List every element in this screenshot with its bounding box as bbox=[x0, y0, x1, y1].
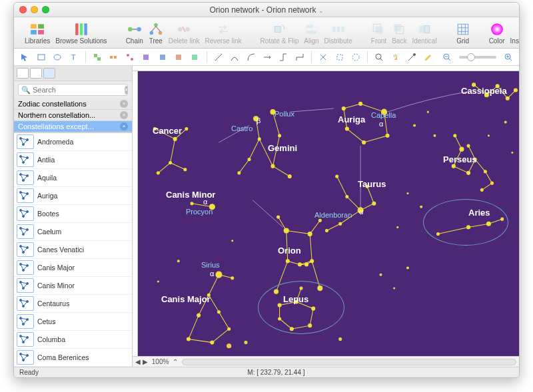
shape-name: Antlia bbox=[37, 156, 55, 164]
label-alpha-sir: α bbox=[210, 270, 214, 278]
identical-button[interactable]: Identical bbox=[409, 22, 439, 45]
zoom-chevron-icon[interactable]: ⌃ bbox=[173, 358, 178, 365]
tree-button[interactable]: Tree bbox=[146, 22, 166, 45]
shape-item[interactable]: Canis Minor bbox=[14, 277, 132, 295]
clear-search-icon[interactable]: × bbox=[125, 86, 128, 95]
minimize-icon[interactable] bbox=[31, 6, 38, 13]
zoom-level[interactable]: 100% bbox=[152, 358, 169, 365]
svg-point-126 bbox=[248, 158, 251, 160]
connector-tool-1[interactable] bbox=[261, 51, 274, 64]
svg-rect-44 bbox=[192, 55, 197, 60]
libraries-icon bbox=[30, 22, 45, 37]
arc-tool[interactable] bbox=[244, 51, 257, 64]
shape-tool-6[interactable] bbox=[172, 51, 185, 64]
shape-item[interactable]: Centaurus bbox=[14, 295, 132, 313]
svg-rect-17 bbox=[275, 27, 281, 33]
svg-point-133 bbox=[184, 168, 187, 171]
shape-tool-2[interactable] bbox=[107, 51, 120, 64]
search-input[interactable] bbox=[33, 86, 125, 94]
snap-tool-2[interactable] bbox=[332, 51, 346, 64]
rect-tool[interactable] bbox=[34, 51, 47, 64]
svg-point-129 bbox=[173, 137, 177, 140]
shape-item[interactable]: Andromeda bbox=[14, 133, 132, 151]
delete-link-button[interactable]: Delete link bbox=[166, 22, 203, 45]
chain-button[interactable]: Chain bbox=[123, 22, 146, 45]
connector-tool-2[interactable] bbox=[276, 51, 290, 64]
align-button[interactable]: Align bbox=[301, 22, 321, 45]
close-icon[interactable]: × bbox=[120, 111, 128, 119]
svg-point-188 bbox=[245, 341, 247, 344]
pointer-tool[interactable] bbox=[18, 51, 31, 64]
category-row[interactable]: Constellations except...× bbox=[14, 121, 132, 132]
browse-button[interactable]: Browse Solutions bbox=[53, 22, 109, 45]
svg-point-149 bbox=[310, 260, 314, 263]
close-icon[interactable]: × bbox=[120, 122, 128, 130]
shape-tool-1[interactable] bbox=[91, 51, 104, 64]
eyedropper-tool[interactable] bbox=[405, 51, 418, 64]
shape-item[interactable]: Cetus bbox=[14, 313, 132, 331]
pencil-tool[interactable] bbox=[421, 51, 434, 64]
svg-point-184 bbox=[488, 135, 489, 136]
snap-tool-3[interactable] bbox=[349, 51, 362, 64]
shape-item[interactable]: Aquila bbox=[14, 169, 132, 187]
curve-tool[interactable] bbox=[228, 51, 241, 64]
reverse-link-button[interactable]: Reverse link bbox=[202, 22, 244, 45]
shape-item[interactable]: Bootes bbox=[14, 205, 132, 223]
svg-rect-43 bbox=[176, 55, 181, 60]
shape-item[interactable]: Columba bbox=[14, 331, 132, 349]
category-row[interactable]: Northern constellation...× bbox=[14, 110, 132, 121]
shape-tool-7[interactable] bbox=[188, 51, 201, 64]
svg-rect-35 bbox=[94, 54, 97, 57]
shape-item[interactable]: Coma Berenices bbox=[14, 349, 132, 367]
svg-point-7 bbox=[128, 27, 133, 32]
label-aldenboran: Aldenboran bbox=[314, 211, 352, 219]
shape-item[interactable]: Antlia bbox=[14, 151, 132, 169]
shape-item[interactable]: Caelum bbox=[14, 223, 132, 241]
snap-tool-1[interactable] bbox=[316, 51, 330, 64]
grid-button[interactable]: Grid bbox=[453, 22, 473, 45]
connector-tool-3[interactable] bbox=[293, 51, 306, 64]
chain-icon bbox=[127, 22, 142, 37]
search-box[interactable]: 🔍 × bbox=[18, 84, 128, 96]
svg-point-107 bbox=[452, 164, 455, 168]
zoom-in-icon[interactable] bbox=[502, 51, 515, 64]
shape-item[interactable]: Canes Venatici bbox=[14, 241, 132, 259]
ellipse-tool[interactable] bbox=[51, 51, 64, 64]
shape-item[interactable]: Auriga bbox=[14, 187, 132, 205]
close-icon[interactable] bbox=[19, 6, 27, 13]
line-tool[interactable] bbox=[211, 51, 225, 64]
rotate-button[interactable]: Rotate & Flip bbox=[258, 22, 302, 45]
back-button[interactable]: Back bbox=[389, 22, 409, 45]
svg-rect-32 bbox=[38, 55, 45, 60]
page-nav[interactable]: ◀ ▶ bbox=[135, 358, 148, 365]
close-icon[interactable]: × bbox=[120, 100, 128, 108]
zoom-out-icon[interactable] bbox=[440, 51, 454, 64]
canvas-footer: ◀ ▶ 100% ⌃ bbox=[133, 356, 519, 367]
zoom-tool[interactable] bbox=[372, 51, 386, 64]
svg-point-155 bbox=[277, 216, 280, 218]
view-grid-button[interactable] bbox=[30, 68, 42, 79]
text-tool[interactable]: T bbox=[67, 51, 80, 64]
shape-tool-4[interactable] bbox=[139, 51, 153, 64]
distribute-button[interactable]: Distribute bbox=[322, 22, 355, 45]
libraries-button[interactable]: Libraries bbox=[22, 22, 53, 45]
canvas[interactable]: Cassiopeia Perseus Auriga Capella α Gemi… bbox=[138, 71, 519, 356]
view-list-button[interactable] bbox=[17, 68, 29, 79]
svg-point-187 bbox=[227, 344, 231, 348]
inspectors-button[interactable]: i Inspectors bbox=[508, 22, 520, 45]
zoom-icon[interactable] bbox=[42, 6, 49, 13]
shape-item[interactable]: Canis Major bbox=[14, 259, 132, 277]
color-button[interactable]: Color bbox=[486, 22, 508, 45]
shape-tool-5[interactable] bbox=[155, 51, 169, 64]
hscrollbar[interactable] bbox=[182, 359, 516, 365]
zoom-slider[interactable] bbox=[459, 56, 496, 59]
svg-point-119 bbox=[345, 127, 348, 130]
svg-point-33 bbox=[54, 55, 61, 60]
front-button[interactable]: Front bbox=[368, 22, 389, 45]
view-search-button[interactable] bbox=[43, 68, 55, 79]
hand-tool[interactable] bbox=[389, 51, 402, 64]
shape-tool-3[interactable] bbox=[123, 51, 136, 64]
svg-point-166 bbox=[197, 313, 201, 317]
category-row[interactable]: Zodiac constellations× bbox=[14, 98, 132, 110]
chevron-down-icon[interactable]: ⌄ bbox=[318, 7, 324, 14]
